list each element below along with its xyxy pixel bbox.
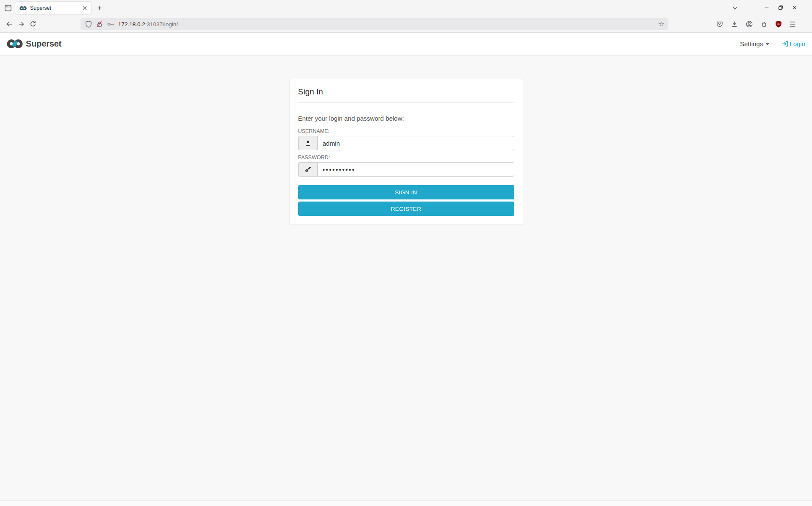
browser-toolbar: 172.18.0.2:31037/login/ ☆ (0, 16, 812, 33)
browser-tab-superset[interactable]: Superset (15, 2, 91, 14)
page-background: Sign In Enter your login and password be… (0, 56, 812, 500)
url-bar[interactable]: 172.18.0.2:31037/login/ ☆ (80, 18, 668, 30)
tab-list-chevron-down-icon[interactable] (729, 3, 740, 14)
extensions-puzzle-icon[interactable] (759, 19, 770, 30)
key-icon (298, 162, 317, 177)
svg-text:uO: uO (777, 22, 781, 25)
tab-bar: Superset + (0, 0, 812, 16)
pocket-icon[interactable] (714, 19, 725, 30)
reload-icon[interactable] (28, 19, 39, 30)
ublock-shield-icon[interactable]: uO (773, 19, 784, 30)
password-label: PASSWORD: (298, 155, 514, 160)
sign-in-arrow-icon (782, 41, 789, 47)
settings-menu[interactable]: Settings (740, 40, 769, 47)
login-prompt: Enter your login and password below: (298, 115, 514, 122)
caret-down-icon (766, 43, 769, 45)
insecure-lock-icon[interactable] (96, 21, 103, 28)
url-text: 172.18.0.2:31037/login/ (118, 21, 178, 28)
window-minimize-button[interactable] (760, 2, 773, 13)
browser-chrome: Superset + (0, 0, 812, 33)
firefox-view-icon[interactable] (3, 3, 14, 14)
login-label: Login (790, 40, 805, 47)
password-input-group (298, 162, 514, 177)
superset-logo[interactable]: Superset (7, 39, 61, 49)
username-label: USERNAME: (298, 128, 514, 134)
username-input[interactable] (317, 136, 514, 150)
superset-navbar: Superset Settings Login (0, 33, 812, 56)
title-divider (298, 102, 514, 102)
back-icon[interactable] (4, 19, 15, 30)
superset-infinity-icon (7, 39, 23, 49)
window-close-button[interactable] (788, 2, 801, 13)
settings-label: Settings (740, 40, 763, 47)
window-restore-button[interactable] (774, 2, 787, 13)
login-link[interactable]: Login (782, 40, 805, 47)
tab-title: Superset (30, 5, 81, 11)
bookmark-star-icon[interactable]: ☆ (658, 21, 664, 28)
tab-favicon-superset-icon (19, 6, 27, 11)
account-icon[interactable] (744, 19, 755, 30)
shield-icon[interactable] (85, 20, 92, 28)
page-footer (0, 500, 812, 506)
sign-in-title: Sign In (298, 87, 514, 97)
tab-close-icon[interactable] (81, 4, 89, 12)
hamburger-menu-icon[interactable] (787, 19, 798, 30)
user-icon (298, 136, 317, 150)
download-icon[interactable] (729, 19, 740, 30)
sign-in-button[interactable]: SIGN IN (298, 185, 514, 199)
forward-icon[interactable] (16, 19, 27, 30)
saved-login-key-icon[interactable] (107, 20, 114, 28)
brand-name: Superset (26, 39, 61, 49)
new-tab-button[interactable]: + (94, 3, 105, 14)
register-button[interactable]: REGISTER (298, 202, 514, 216)
username-input-group (298, 136, 514, 150)
password-input[interactable] (317, 162, 514, 177)
sign-in-card: Sign In Enter your login and password be… (289, 79, 523, 225)
